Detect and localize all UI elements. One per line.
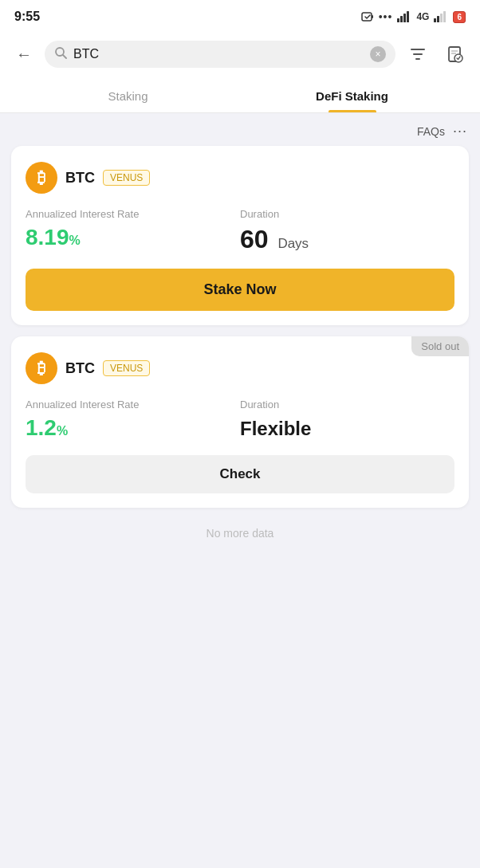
svg-rect-5 [407, 11, 409, 22]
duration-value-2: Flexible [240, 415, 454, 441]
status-bar: 9:55 ••• 4G 6 [0, 0, 480, 32]
annual-rate-value-1: 8.19% [26, 225, 240, 250]
header: ← × [0, 32, 480, 78]
tab-staking[interactable]: Staking [16, 78, 240, 112]
faqs-button[interactable]: FAQs [417, 125, 445, 138]
svg-rect-2 [397, 18, 399, 22]
duration-value-1: 60 Days [240, 225, 454, 254]
more-dots-icon: ••• [379, 10, 393, 23]
svg-rect-8 [440, 14, 443, 22]
stats-row-1: Annualized Interest Rate 8.19% Duration … [26, 208, 454, 254]
battery-save-icon [361, 10, 374, 23]
svg-rect-0 [362, 13, 372, 21]
duration-item-2: Duration Flexible [240, 399, 454, 441]
docs-button[interactable] [440, 40, 469, 69]
btc-symbol-1: ₿ [37, 169, 45, 187]
sold-out-badge: Sold out [411, 336, 469, 356]
stats-row-2: Annualized Interest Rate 1.2% Duration F… [26, 399, 454, 441]
btc-symbol-2: ₿ [37, 359, 45, 378]
annual-rate-label-2: Annualized Interest Rate [26, 399, 240, 410]
coin-row-1: ₿ BTC VENUS [26, 162, 454, 194]
staking-card-2: Sold out ₿ BTC VENUS Annualized Interest… [11, 336, 469, 508]
btc-icon-2: ₿ [26, 352, 57, 384]
svg-rect-6 [434, 18, 436, 22]
search-clear-button[interactable]: × [370, 46, 386, 62]
back-arrow-icon: ← [16, 45, 32, 64]
status-time: 9:55 [14, 10, 40, 24]
search-icon [54, 46, 67, 62]
search-bar[interactable]: × [45, 41, 395, 68]
more-button[interactable]: ··· [453, 123, 467, 139]
coin-name-2: BTC [65, 360, 95, 377]
tab-defi-staking[interactable]: DeFi Staking [240, 78, 464, 112]
staking-card-1: ₿ BTC VENUS Annualized Interest Rate 8.1… [11, 146, 469, 325]
docs-icon [446, 45, 463, 63]
stake-now-button[interactable]: Stake Now [26, 269, 454, 311]
clear-icon: × [375, 49, 380, 60]
duration-item-1: Duration 60 Days [240, 208, 454, 254]
search-input[interactable] [73, 47, 364, 61]
duration-label-2: Duration [240, 399, 454, 410]
svg-rect-9 [443, 11, 446, 22]
annual-rate-item-1: Annualized Interest Rate 8.19% [26, 208, 240, 254]
svg-rect-1 [372, 15, 373, 18]
svg-rect-4 [403, 14, 406, 22]
back-button[interactable]: ← [11, 41, 37, 67]
annual-rate-value-2: 1.2% [26, 415, 240, 441]
coin-name-1: BTC [65, 170, 95, 187]
svg-rect-3 [400, 16, 403, 22]
check-button[interactable]: Check [26, 455, 454, 493]
signal2-icon [434, 11, 448, 22]
status-icons: ••• 4G 6 [361, 10, 466, 23]
top-bar: FAQs ··· [0, 113, 480, 146]
annual-rate-item-2: Annualized Interest Rate 1.2% [26, 399, 240, 441]
duration-label-1: Duration [240, 208, 454, 220]
btc-icon-1: ₿ [26, 162, 57, 194]
network-label: 4G [416, 11, 429, 22]
coin-tag-2: VENUS [103, 360, 150, 376]
filter-icon [409, 45, 427, 63]
filter-button[interactable] [403, 40, 432, 69]
signal-icon [397, 11, 411, 22]
tabs-container: Staking DeFi Staking [0, 78, 480, 113]
cards-container: ₿ BTC VENUS Annualized Interest Rate 8.1… [0, 146, 480, 508]
svg-rect-7 [437, 16, 439, 22]
svg-line-11 [63, 55, 66, 58]
coin-tag-1: VENUS [103, 170, 150, 186]
battery-level: 6 [453, 11, 466, 23]
no-more-data: No more data [0, 508, 480, 564]
coin-row-2: ₿ BTC VENUS [26, 352, 454, 384]
annual-rate-label-1: Annualized Interest Rate [26, 208, 240, 220]
